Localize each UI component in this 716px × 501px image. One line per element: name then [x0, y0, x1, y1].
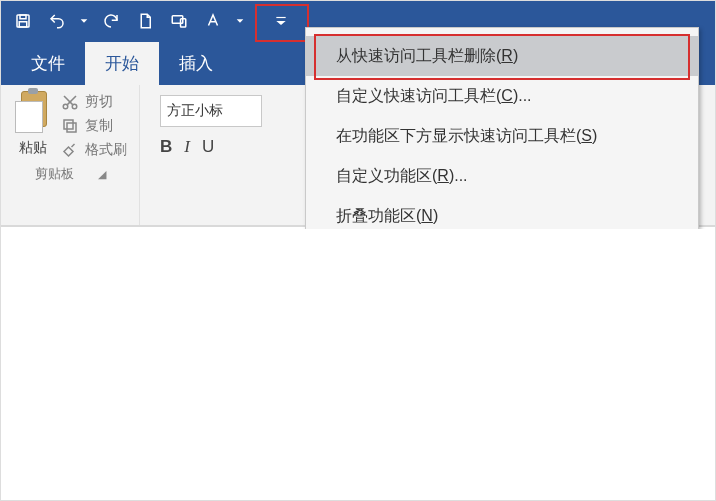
device-preview-icon[interactable]	[165, 7, 193, 35]
format-painter-label: 格式刷	[85, 141, 127, 159]
font-color-icon[interactable]	[199, 7, 227, 35]
cut-button[interactable]: 剪切	[61, 93, 127, 111]
mi-text: 折叠功能区(	[336, 206, 421, 227]
menu-item-remove-from-qat[interactable]: 从快速访问工具栏删除(R)	[306, 36, 698, 76]
undo-icon[interactable]	[43, 7, 71, 35]
svg-point-6	[63, 104, 68, 109]
copy-icon	[61, 117, 79, 135]
tab-insert[interactable]: 插入	[159, 42, 233, 85]
mi-key: R	[437, 167, 449, 185]
svg-rect-5	[276, 17, 285, 18]
mi-text: 自定义功能区(	[336, 166, 437, 187]
mi-text: 从快速访问工具栏删除(	[336, 46, 501, 67]
mi-tail: )	[513, 47, 518, 65]
group-label: 剪贴板	[35, 165, 74, 183]
mi-key: C	[501, 87, 513, 105]
mi-tail: )...	[513, 87, 532, 105]
cut-label: 剪切	[85, 93, 113, 111]
font-name-value: 方正小标	[167, 102, 223, 120]
menu-item-customize-ribbon[interactable]: 自定义功能区(R)...	[306, 156, 698, 196]
brush-icon	[61, 141, 79, 159]
paste-label: 粘贴	[19, 139, 47, 157]
scissors-icon	[61, 93, 79, 111]
svg-rect-9	[64, 120, 73, 129]
menu-item-customize-qat[interactable]: 自定义快速访问工具栏(C)...	[306, 76, 698, 116]
chevron-down-icon[interactable]	[233, 7, 247, 35]
copy-label: 复制	[85, 117, 113, 135]
mi-tail: )...	[449, 167, 468, 185]
underline-button[interactable]: U	[202, 137, 214, 157]
paste-icon	[13, 91, 53, 135]
mi-tail: )	[433, 207, 438, 225]
customize-qat-icon[interactable]	[267, 7, 295, 35]
mi-key: N	[421, 207, 433, 225]
document-area[interactable]	[1, 229, 715, 500]
font-group: 方正小标 B I U	[140, 85, 274, 225]
new-doc-icon[interactable]	[131, 7, 159, 35]
mi-key: R	[501, 47, 513, 65]
svg-rect-1	[20, 15, 26, 19]
bold-button[interactable]: B	[160, 137, 172, 157]
context-menu: 从快速访问工具栏删除(R) 自定义快速访问工具栏(C)... 在功能区下方显示快…	[305, 27, 699, 245]
mi-tail: )	[592, 127, 597, 145]
svg-point-7	[72, 104, 77, 109]
svg-rect-2	[19, 22, 27, 27]
save-icon[interactable]	[9, 7, 37, 35]
redo-icon[interactable]	[97, 7, 125, 35]
svg-rect-8	[67, 123, 76, 132]
font-name-combo[interactable]: 方正小标	[160, 95, 262, 127]
dialog-launcher-icon[interactable]: ◢	[98, 168, 106, 181]
italic-button[interactable]: I	[184, 137, 190, 157]
copy-button[interactable]: 复制	[61, 117, 127, 135]
menu-item-show-below-ribbon[interactable]: 在功能区下方显示快速访问工具栏(S)	[306, 116, 698, 156]
mi-text: 在功能区下方显示快速访问工具栏(	[336, 126, 581, 147]
mi-text: 自定义快速访问工具栏(	[336, 86, 501, 107]
paste-button[interactable]: 粘贴	[13, 91, 53, 157]
format-painter-button[interactable]: 格式刷	[61, 141, 127, 159]
clipboard-group: 粘贴 剪切 复制 格式刷	[1, 85, 140, 225]
tab-file[interactable]: 文件	[11, 42, 85, 85]
tab-home[interactable]: 开始	[85, 42, 159, 85]
chevron-down-icon[interactable]	[77, 7, 91, 35]
mi-key: S	[581, 127, 592, 145]
